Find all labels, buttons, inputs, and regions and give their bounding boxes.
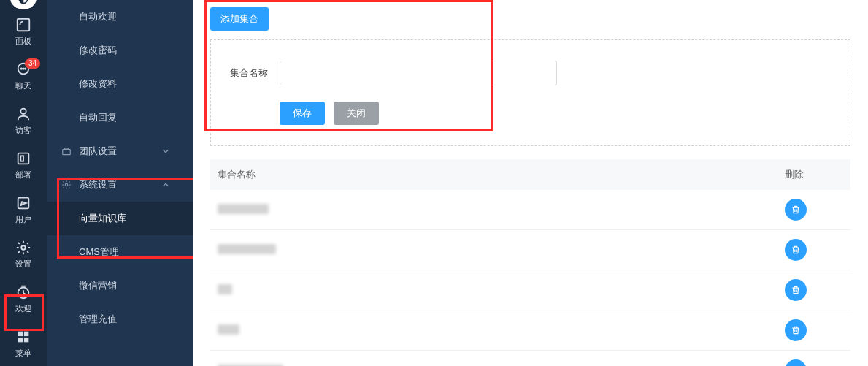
svg-rect-13 xyxy=(18,338,23,342)
rail-label: 设置 xyxy=(15,259,31,270)
menu-group-label: 系统设置 xyxy=(79,178,117,191)
delete-button[interactable] xyxy=(785,319,807,341)
chat-badge: 34 xyxy=(25,58,40,69)
menu-group-label: 团队设置 xyxy=(79,145,117,158)
svg-point-5 xyxy=(20,109,26,114)
menu-auto-welcome[interactable]: 自动欢迎 xyxy=(47,0,193,34)
rail-label: 菜单 xyxy=(15,348,31,359)
svg-point-9 xyxy=(21,245,26,250)
collection-form: 集合名称 保存 关闭 xyxy=(210,39,850,146)
app-logo: ◐ xyxy=(10,0,37,9)
rail-panel[interactable]: 面板 xyxy=(0,9,47,54)
menu-label: 微信营销 xyxy=(79,280,117,291)
menu-vector-kb[interactable]: 向量知识库 xyxy=(47,202,193,235)
visitor-icon xyxy=(15,106,31,122)
rail-visitor[interactable]: 访客 xyxy=(0,99,47,143)
form-buttons: 保存 关闭 xyxy=(280,102,831,125)
chevron-down-icon xyxy=(161,146,171,156)
menu-label: 管理充值 xyxy=(79,313,117,324)
rail-setting[interactable]: 设置 xyxy=(0,232,47,277)
svg-rect-7 xyxy=(20,156,23,161)
table-row xyxy=(210,190,850,230)
table-row xyxy=(210,270,850,310)
row-name xyxy=(218,284,785,297)
svg-rect-0 xyxy=(18,19,30,31)
clock-icon xyxy=(15,284,31,300)
delete-button[interactable] xyxy=(785,199,807,221)
svg-point-3 xyxy=(23,68,23,69)
grid-icon xyxy=(15,329,31,345)
rail-deploy[interactable]: 部署 xyxy=(0,143,47,188)
svg-point-2 xyxy=(21,68,22,69)
user-edit-icon xyxy=(15,195,31,211)
collection-name-input[interactable] xyxy=(280,61,557,85)
deploy-icon xyxy=(15,150,31,167)
rail-chat[interactable]: 34 聊天 xyxy=(0,54,47,99)
table-row xyxy=(210,230,850,270)
gear-icon xyxy=(61,180,72,190)
trash-icon xyxy=(791,325,801,335)
menu-label: 自动欢迎 xyxy=(79,11,117,22)
svg-rect-11 xyxy=(18,332,23,336)
secondary-menu: 自动欢迎 修改密码 修改资料 自动回复 团队设置 系统设置 向量知识库 CMS管… xyxy=(47,0,193,366)
panel-icon xyxy=(15,17,31,33)
menu-change-pwd[interactable]: 修改密码 xyxy=(47,34,193,67)
rail-label: 面板 xyxy=(15,36,31,47)
rail-label: 欢迎 xyxy=(15,303,31,314)
menu-label: 向量知识库 xyxy=(79,213,126,224)
add-collection-button[interactable]: 添加集合 xyxy=(210,7,269,31)
svg-rect-14 xyxy=(24,338,28,342)
svg-point-4 xyxy=(25,68,26,69)
gear-icon xyxy=(15,240,31,256)
menu-label: 自动回复 xyxy=(79,112,117,123)
row-name xyxy=(218,204,785,216)
briefcase-icon xyxy=(61,146,72,156)
delete-button[interactable] xyxy=(785,239,807,261)
menu-change-profile[interactable]: 修改资料 xyxy=(47,67,193,101)
save-button[interactable]: 保存 xyxy=(280,102,325,125)
menu-group-team[interactable]: 团队设置 xyxy=(47,134,193,168)
rail-menu[interactable]: 菜单 xyxy=(0,321,47,366)
delete-button[interactable] xyxy=(785,279,807,301)
form-name-label: 集合名称 xyxy=(230,66,274,80)
menu-recharge[interactable]: 管理充值 xyxy=(47,302,193,336)
rail-user[interactable]: 用户 xyxy=(0,188,47,232)
menu-label: 修改资料 xyxy=(79,78,117,89)
svg-rect-15 xyxy=(63,150,71,155)
rail-sidebar: ◐ 面板 34 聊天 访客 部署 用户 设置 欢迎 菜单 xyxy=(0,0,47,366)
table-row xyxy=(210,351,850,366)
rail-label: 访客 xyxy=(15,125,31,136)
trash-icon xyxy=(791,245,801,255)
svg-rect-12 xyxy=(24,332,28,336)
row-name xyxy=(218,244,785,256)
col-delete: 删除 xyxy=(785,168,843,181)
table-row xyxy=(210,310,850,351)
form-row-name: 集合名称 xyxy=(230,61,831,85)
chevron-up-icon xyxy=(161,180,171,190)
trash-icon xyxy=(791,205,801,215)
rail-welcome[interactable]: 欢迎 xyxy=(0,277,47,321)
delete-button[interactable] xyxy=(785,359,807,366)
menu-group-system[interactable]: 系统设置 xyxy=(47,168,193,202)
menu-label: 修改密码 xyxy=(79,45,117,56)
close-button[interactable]: 关闭 xyxy=(334,102,379,125)
main-content: 添加集合 集合名称 保存 关闭 集合名称 删除 xyxy=(193,0,868,366)
rail-label: 部署 xyxy=(15,169,31,180)
col-name: 集合名称 xyxy=(218,168,785,181)
menu-label: CMS管理 xyxy=(79,246,119,257)
menu-cms[interactable]: CMS管理 xyxy=(47,235,193,269)
table-header: 集合名称 删除 xyxy=(210,159,850,190)
collections-table: 集合名称 删除 xyxy=(210,159,850,366)
svg-point-16 xyxy=(65,183,68,186)
menu-wechat-market[interactable]: 微信营销 xyxy=(47,269,193,302)
rail-label: 用户 xyxy=(15,214,31,225)
menu-auto-reply[interactable]: 自动回复 xyxy=(47,101,193,134)
row-name xyxy=(218,324,785,337)
rail-label: 聊天 xyxy=(15,80,31,91)
trash-icon xyxy=(791,285,801,295)
